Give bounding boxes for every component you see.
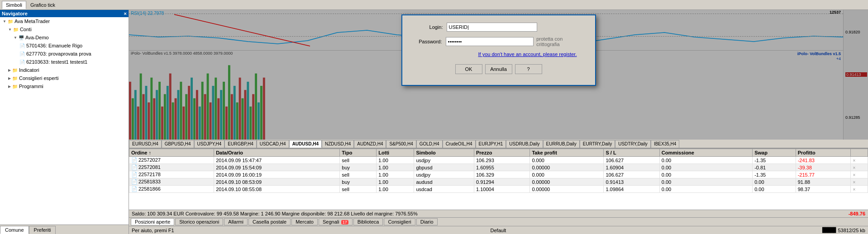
cell-close[interactable]: × (851, 178, 868, 186)
tree-item-avametatrader[interactable]: ▼ 📁 Ava MetaTrader (0, 17, 129, 25)
help-button[interactable]: ? (515, 64, 542, 74)
col-takeprofit[interactable]: Take profit (530, 149, 604, 157)
folder-icon-programmi: 📁 (12, 83, 18, 89)
cell-order: 📄22572081 (129, 164, 214, 171)
col-tipo[interactable]: Tipo (340, 149, 377, 157)
cell-swap: -0.81 (753, 164, 796, 171)
col-simbolo[interactable]: Simbolo (414, 149, 474, 157)
tree-item-indicatori[interactable]: ▶ 📁 Indicatori (0, 66, 129, 74)
cell-symbol: gbpusd (414, 164, 474, 171)
login-dialog: Login: Password: protetta con crittograf… (401, 14, 596, 86)
cell-type: buy (340, 164, 377, 171)
close-row-btn[interactable]: × (853, 158, 855, 163)
symbol-tab-sp500[interactable]: S&P500,H4 (386, 140, 416, 148)
tree-item-account1[interactable]: 📄 5701436: Emanuele Rigo (0, 42, 129, 50)
symbol-tab-crudeoil[interactable]: CrudeOIL,H4 (443, 140, 476, 148)
bottom-tab-biblioteca[interactable]: Biblioteca (353, 218, 383, 225)
account-icon-2: 📄 (19, 51, 25, 57)
bottom-tab-mercato[interactable]: Mercato (291, 218, 318, 225)
symbol-tab-eurrub[interactable]: EURRUB,Daily (543, 140, 580, 148)
left-panel: Navigatore × ▼ 📁 Ava MetaTrader ▼ 📁 Cont… (0, 10, 129, 234)
bottom-tab-casella[interactable]: Casella postale (248, 218, 291, 225)
cell-close[interactable]: × (851, 186, 868, 193)
symbol-tab-audnzd[interactable]: AUDNZD,H4 (354, 140, 386, 148)
col-dt[interactable]: Data/Orario (214, 149, 340, 157)
col-swap[interactable]: Swap (753, 149, 796, 157)
annulla-button[interactable]: Annulla (485, 64, 512, 74)
symbol-tab-ibex35[interactable]: IBEX35,H4 (651, 140, 679, 148)
bottom-tab-posizioni[interactable]: Posizioni aperte (131, 218, 174, 225)
cell-lots: 1.00 (377, 164, 414, 171)
close-row-btn[interactable]: × (853, 180, 855, 185)
doc-icon: 📄 (131, 172, 138, 177)
symbol-tab-usdtry[interactable]: USDTRY,Daily (615, 140, 651, 148)
register-link[interactable]: If you don't have an account, please reg… (478, 51, 577, 57)
cell-order: 📄22581866 (129, 186, 214, 193)
cell-close[interactable]: × (851, 164, 868, 171)
tree-item-conti[interactable]: ▼ 📁 Conti (0, 25, 129, 33)
tree-item-account3[interactable]: 📄 62103633: testest1 testest1 (0, 58, 129, 66)
bottom-tab-segnali[interactable]: Segnali 17 (319, 218, 353, 225)
ok-button[interactable]: OK (455, 64, 482, 74)
cell-close[interactable]: × (851, 157, 868, 164)
profile-text: Default (491, 228, 506, 233)
tree-item-account2[interactable]: 📄 6277703: provaprovata prova (0, 50, 129, 58)
navigator-close-btn[interactable]: × (124, 11, 127, 16)
cell-lots: 1.00 (377, 157, 414, 164)
tab-grafico-tick[interactable]: Grafico tick (26, 1, 59, 9)
tree-label-avademo: Ava-Demo (25, 35, 49, 40)
col-sl[interactable]: S / L (604, 149, 659, 157)
tree-label-conti: Conti (20, 27, 32, 32)
password-input[interactable] (446, 37, 534, 46)
symbol-tab-eurtry[interactable]: EURTRY,Daily (580, 140, 615, 148)
symbol-tab-gold[interactable]: GOLD,H4 (416, 140, 443, 148)
orders-table-container[interactable]: Ordine ↑ Data/Orario Tipo Lotti Simbolo … (129, 149, 868, 210)
cell-lots: 1.00 (377, 178, 414, 186)
tree-label-account1: 5701436: Emanuele Rigo (26, 43, 82, 48)
cell-takeprofit: 0.00000 (530, 186, 604, 193)
col-profitto[interactable]: Profitto (796, 149, 851, 157)
cell-commission: 0.00 (659, 157, 752, 164)
tree-label-indicatori: Indicatori (19, 67, 39, 73)
expand-icon-programmi: ▶ (8, 84, 11, 89)
status-bar: Saldo: 100 309.34 EUR Controvalore: 99 4… (129, 210, 868, 217)
dialog-login-row: Login: (411, 23, 586, 32)
symbol-tab-eurusd[interactable]: EURUSD,H4 (129, 140, 162, 148)
close-row-btn[interactable]: × (853, 165, 855, 170)
col-prezzo[interactable]: Prezzo (474, 149, 530, 157)
symbol-tab-eurgbp[interactable]: EURGBP,H4 (224, 140, 257, 148)
close-row-btn[interactable]: × (853, 173, 855, 178)
col-commission[interactable]: Commissione (659, 149, 752, 157)
symbol-tab-usdrub[interactable]: USDRUB,Daily (506, 140, 543, 148)
nav-tab-preferiti[interactable]: Preferiti (29, 226, 56, 234)
symbol-tab-usdcad[interactable]: USDCAD,H4 (257, 140, 289, 148)
col-ordine[interactable]: Ordine ↑ (129, 149, 214, 157)
tree-item-programmi[interactable]: ▶ 📁 Programmi (0, 82, 129, 90)
bottom-tab-diario[interactable]: Diario (416, 218, 438, 225)
cell-price: 1.10004 (474, 186, 530, 193)
tree-item-avademo[interactable]: ▼ 🖥️ Ava-Demo (0, 33, 129, 42)
symbol-tab-usdjpy[interactable]: USDJPY,H4 (194, 140, 225, 148)
symbol-tab-gbpusd[interactable]: GBPUSD,H4 (162, 140, 194, 148)
symbol-tab-audusd[interactable]: AUDUSD,H4 (289, 140, 322, 148)
cell-sl: 106.627 (604, 157, 659, 164)
tree-item-consiglieri[interactable]: ▶ 📁 Consiglieri esperti (0, 74, 129, 82)
close-row-btn[interactable]: × (853, 187, 855, 192)
symbol-tab-eurjpy[interactable]: EURJPY,H1 (476, 140, 506, 148)
bottom-tab-storico[interactable]: Storico operazioni (175, 218, 223, 225)
right-panel: RSI(14) 22.7978 iPolo- VolBundles v1.5 3… (129, 10, 868, 234)
cell-close[interactable]: × (851, 171, 868, 178)
symbol-tab-nzdusd[interactable]: NZDUSD,H4 (322, 140, 354, 148)
nav-tab-comune[interactable]: Comune (0, 226, 29, 234)
login-label: Login: (411, 24, 443, 30)
bottom-tab-allarmi[interactable]: Allarmi (224, 218, 248, 225)
login-input[interactable] (447, 23, 537, 32)
bottom-panel: Ordine ↑ Data/Orario Tipo Lotti Simbolo … (129, 148, 868, 234)
expand-icon: ▼ (3, 19, 6, 23)
cell-symbol: usdjpy (414, 171, 474, 178)
col-lotti[interactable]: Lotti (377, 149, 414, 157)
bottom-tab-consiglieri[interactable]: Consiglieri (384, 218, 415, 225)
tab-simboli[interactable]: Simboli (2, 1, 26, 9)
chart-area[interactable]: RSI(14) 22.7978 iPolo- VolBundles v1.5 3… (129, 10, 868, 140)
segnali-badge: 17 (341, 220, 348, 225)
